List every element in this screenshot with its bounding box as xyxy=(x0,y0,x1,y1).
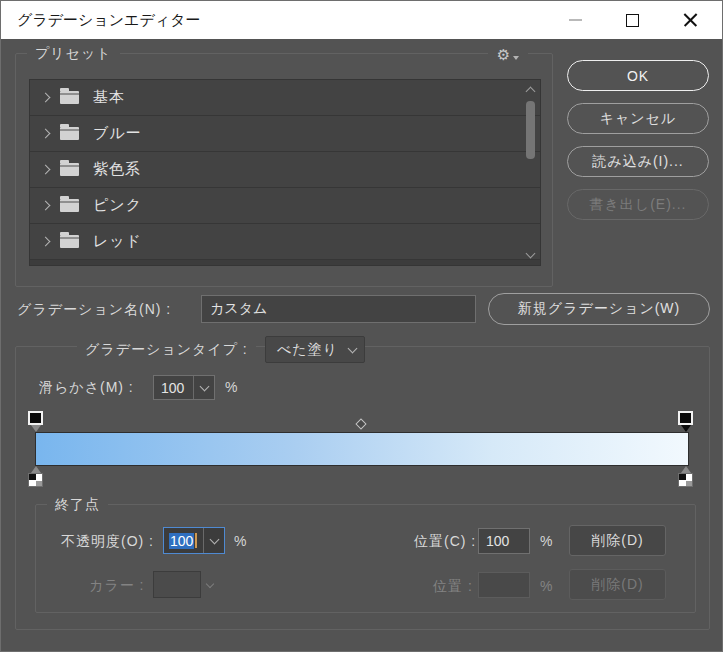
opacity-label: 不透明度(O) : xyxy=(61,528,154,554)
stop-pointer-icon xyxy=(31,425,41,432)
expand-chevron-icon[interactable] xyxy=(41,237,51,247)
endpoint-legend: 終了点 xyxy=(47,495,108,513)
opacity-value[interactable]: 100 xyxy=(164,528,203,553)
percent-label: % xyxy=(540,528,552,554)
location-label: 位置(C) : xyxy=(414,528,476,554)
scroll-down-icon[interactable] xyxy=(526,249,536,259)
preset-folder-purples[interactable]: 紫色系 xyxy=(30,152,540,188)
percent-label: % xyxy=(540,573,552,599)
maximize-button[interactable] xyxy=(609,1,655,39)
preset-folder-blues[interactable]: ブルー xyxy=(30,116,540,152)
folder-label: 基本 xyxy=(93,88,125,107)
smoothness-dropdown-button[interactable] xyxy=(193,376,214,399)
folder-label: ピンク xyxy=(93,196,142,215)
gradient-type-select[interactable]: べた塗り xyxy=(265,336,365,363)
preset-folder-pinks[interactable]: ピンク xyxy=(30,188,540,224)
ok-button[interactable]: OK xyxy=(567,60,709,91)
presets-legend: プリセット xyxy=(27,44,120,62)
expand-chevron-icon[interactable] xyxy=(41,165,51,175)
scrollbar-thumb[interactable] xyxy=(526,101,535,159)
gradient-name-input[interactable] xyxy=(201,295,476,323)
scroll-up-icon[interactable] xyxy=(526,87,536,97)
smoothness-value[interactable]: 100 xyxy=(154,376,193,399)
window-title: グラデーションエディター xyxy=(17,1,201,39)
color-location-label: 位置 : xyxy=(433,573,473,599)
smoothness-input[interactable]: 100 xyxy=(153,375,215,400)
gear-icon: ⚙ xyxy=(497,47,510,63)
folder-label: 紫色系 xyxy=(93,160,141,179)
chevron-down-icon xyxy=(199,381,209,391)
preset-scrollbar[interactable] xyxy=(523,81,539,264)
opacity-dropdown-button[interactable] xyxy=(203,528,224,553)
close-icon xyxy=(683,13,698,28)
percent-label: % xyxy=(234,528,246,554)
color-location-input[interactable] xyxy=(478,572,530,598)
gradient-type-label: グラデーションタイプ : xyxy=(77,338,256,360)
close-button[interactable] xyxy=(667,1,713,39)
percent-label: % xyxy=(225,375,237,400)
folder-icon xyxy=(60,91,79,104)
expand-chevron-icon[interactable] xyxy=(41,201,51,211)
chevron-down-icon xyxy=(348,343,358,353)
opacity-input[interactable]: 100 xyxy=(163,527,225,554)
preset-menu-button[interactable]: ⚙ xyxy=(488,45,528,65)
folder-label: ブルー xyxy=(93,124,142,143)
folder-icon xyxy=(60,235,79,248)
gradient-editor-dialog: グラデーションエディター プリセット ⚙ 基本 ブルー 紫色系 ピンク xyxy=(0,0,723,652)
delete-opacity-stop-button[interactable]: 削除(D) xyxy=(569,525,666,556)
smoothness-label: 滑らかさ(M) : xyxy=(39,375,134,400)
opacity-stop-icon xyxy=(28,411,43,425)
export-button[interactable]: 書き出し(E)... xyxy=(567,189,709,220)
preset-list: 基本 ブルー 紫色系 ピンク レッド xyxy=(29,79,541,266)
new-gradient-button[interactable]: 新規グラデーション(W) xyxy=(488,293,710,325)
color-label: カラー : xyxy=(89,572,144,599)
color-stop-end[interactable] xyxy=(677,466,694,487)
gradient-bar[interactable] xyxy=(35,432,689,466)
cancel-button[interactable]: キャンセル xyxy=(567,103,709,134)
color-stop-icon xyxy=(678,473,693,487)
preset-folder-basic[interactable]: 基本 xyxy=(30,80,540,116)
stop-pointer-icon xyxy=(681,425,691,432)
preset-folder-reds[interactable]: レッド xyxy=(30,224,540,260)
chevron-down-icon xyxy=(513,56,519,60)
stop-pointer-icon xyxy=(681,466,691,473)
color-swatch[interactable] xyxy=(153,571,201,598)
text-caret xyxy=(195,533,197,548)
gradient-name-label: グラデーション名(N) : xyxy=(17,295,171,323)
color-stop-icon xyxy=(28,473,43,487)
location-input[interactable] xyxy=(478,528,530,554)
folder-icon xyxy=(60,163,79,176)
titlebar: グラデーションエディター xyxy=(1,1,722,39)
folder-label: レッド xyxy=(93,232,142,251)
color-stop-start[interactable] xyxy=(27,466,44,487)
opacity-stop-start[interactable] xyxy=(27,411,44,432)
opacity-stop-end[interactable] xyxy=(677,411,694,432)
folder-icon xyxy=(60,199,79,212)
gradient-type-value: べた塗り xyxy=(266,341,349,359)
minimize-icon xyxy=(569,19,582,21)
maximize-icon xyxy=(626,14,639,27)
selected-text: 100 xyxy=(169,533,194,549)
folder-icon xyxy=(60,127,79,140)
stop-pointer-icon xyxy=(31,466,41,473)
load-button[interactable]: 読み込み(I)... xyxy=(567,146,709,177)
delete-color-stop-button[interactable]: 削除(D) xyxy=(569,569,666,600)
expand-chevron-icon[interactable] xyxy=(41,93,51,103)
opacity-stop-icon xyxy=(678,411,693,425)
chevron-down-icon xyxy=(209,534,219,544)
minimize-button[interactable] xyxy=(552,1,598,39)
expand-chevron-icon[interactable] xyxy=(41,129,51,139)
